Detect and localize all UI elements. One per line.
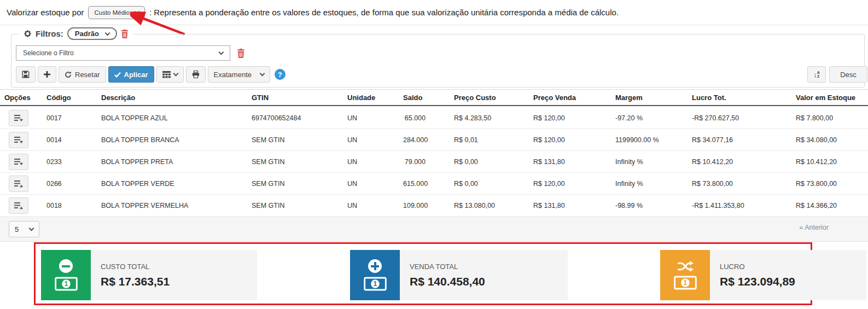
cell-descricao: BOLA TOPPER PRETA	[97, 158, 247, 166]
row-options-button[interactable]	[9, 154, 28, 170]
toolbar-right: ↓ AZ Desc	[807, 66, 867, 83]
table-row: 0266 BOLA TOPPER VERDE SEM GTIN UN 615.0…	[0, 173, 868, 195]
minus-circle-icon	[59, 259, 73, 273]
custo-total-label: CUSTO TOTAL	[101, 263, 257, 271]
delete-filter-button[interactable]	[237, 49, 245, 58]
cell-descricao: BOLA TOPPER BRANCA	[97, 136, 247, 144]
cell-valor-estoque: R$ 34.080,00	[791, 136, 868, 144]
filter-preset-select[interactable]: Padrão	[67, 27, 117, 40]
apply-button[interactable]: Aplicar	[108, 66, 154, 83]
match-mode-value: Exatamente	[214, 71, 252, 79]
filters-legend: Filtros: Padrão	[19, 27, 133, 40]
cell-valor-estoque: R$ 14.366,20	[791, 202, 868, 209]
header-margem[interactable]: Margem	[611, 94, 688, 102]
menu-caret-down-icon	[14, 136, 23, 144]
menu-caret-up-icon	[14, 180, 23, 188]
cell-gtin: SEM GTIN	[247, 158, 343, 166]
columns-button[interactable]	[156, 66, 184, 83]
sort-alpha-icon: ↓ AZ	[813, 71, 820, 79]
filters-panel: Filtros: Padrão Selecione o Filtro	[11, 34, 865, 88]
header-descricao[interactable]: Descrição	[97, 94, 247, 102]
cell-unidade: UN	[343, 136, 399, 144]
custo-total-icon-box: 1	[41, 250, 91, 300]
previous-page-link[interactable]: « Anterior	[799, 224, 829, 231]
row-options-button[interactable]	[9, 197, 28, 214]
valuation-select[interactable]: Custo Médio	[88, 6, 145, 19]
reset-button[interactable]: Resetar	[59, 66, 106, 83]
trash-icon	[121, 30, 129, 38]
row-options-button[interactable]	[9, 132, 28, 148]
custo-total-value: R$ 17.363,51	[101, 275, 257, 288]
cell-margem: 1199900.00 %	[611, 136, 688, 144]
help-icon[interactable]: ?	[275, 69, 286, 80]
chevron-down-icon	[135, 9, 140, 14]
cell-preco-venda: R$ 120,00	[529, 114, 611, 122]
description-sort-label: Desc	[840, 71, 857, 79]
cell-saldo: 109.000	[399, 202, 450, 209]
cell-gtin: SEM GTIN	[247, 202, 343, 209]
filter-preset-value: Padrão	[75, 30, 99, 38]
cell-preco-custo: R$ 0,00	[450, 158, 529, 166]
cell-margem: -97.20 %	[611, 114, 688, 122]
chevron-down-icon	[104, 30, 110, 36]
cell-codigo: 0018	[42, 202, 97, 209]
cell-lucro-tot: R$ 73.800,00	[688, 180, 791, 188]
table-header: Opções Código Descrição GTIN Unidade Sal…	[0, 89, 868, 106]
lucro-label: LUCRO	[720, 263, 866, 271]
svg-text:1: 1	[64, 280, 68, 288]
cell-gtin: 6974700652484	[247, 114, 343, 122]
header-preco-venda[interactable]: Preço Venda	[529, 94, 611, 102]
svg-text:1: 1	[373, 280, 377, 288]
venda-total-label: VENDA TOTAL	[410, 263, 568, 271]
header-preco-custo[interactable]: Preço Custo	[450, 94, 529, 102]
valuation-select-value: Custo Médio	[94, 9, 130, 16]
cell-preco-venda: R$ 131,80	[529, 202, 611, 209]
row-options-button[interactable]	[9, 176, 28, 192]
header-codigo[interactable]: Código	[42, 94, 97, 102]
print-icon	[192, 71, 200, 78]
check-icon	[114, 72, 121, 78]
table-row: 0017 BOLA TOPPER AZUL 6974700652484 UN 6…	[0, 107, 868, 129]
header-gtin[interactable]: GTIN	[247, 94, 343, 102]
delete-preset-button[interactable]	[121, 30, 129, 38]
lucro-icon-box: 1	[660, 250, 710, 300]
cell-unidade: UN	[343, 158, 399, 166]
chevron-down-icon	[29, 226, 34, 231]
page-size-select[interactable]: 5	[9, 221, 39, 237]
match-mode-select[interactable]: Exatamente	[208, 66, 270, 83]
description-sort-button[interactable]: Desc	[829, 66, 867, 83]
table-row: 0018 BOLA TOPPER VERMELHA SEM GTIN UN 10…	[0, 195, 868, 217]
plus-icon	[44, 71, 50, 78]
table-body: 0017 BOLA TOPPER AZUL 6974700652484 UN 6…	[0, 107, 868, 217]
save-filter-button[interactable]	[16, 66, 36, 83]
cell-unidade: UN	[343, 202, 399, 209]
cell-lucro-tot: R$ 34.077,16	[688, 136, 791, 144]
table-columns-icon	[162, 71, 171, 78]
money-bill-icon: 1	[364, 277, 387, 291]
shuffle-icon	[677, 261, 694, 272]
filter-select[interactable]: Selecione o Filtro	[16, 45, 230, 61]
print-button[interactable]	[186, 66, 206, 83]
row-options-button[interactable]	[9, 110, 28, 126]
filters-title: Filtros:	[36, 29, 63, 38]
cell-unidade: UN	[343, 114, 399, 122]
trash-icon	[237, 49, 245, 58]
header-valor-estoque[interactable]: Valor em Estoque	[791, 94, 868, 102]
header-lucro-tot[interactable]: Lucro Tot.	[688, 94, 791, 102]
valuation-description: : Representa a ponderação entre os valor…	[149, 8, 619, 17]
custo-total-body: CUSTO TOTAL R$ 17.363,51	[91, 250, 257, 300]
cell-valor-estoque: R$ 7.800,00	[791, 114, 868, 122]
apply-label: Aplicar	[124, 71, 148, 79]
add-filter-button[interactable]	[38, 66, 56, 83]
header-saldo[interactable]: Saldo	[399, 94, 450, 102]
filter-select-value: Selecione o Filtro	[23, 49, 74, 57]
header-opcoes[interactable]: Opções	[0, 94, 42, 102]
venda-total-icon-box: 1	[350, 250, 400, 300]
cell-preco-custo: R$ 0,01	[450, 136, 529, 144]
page-size-value: 5	[15, 225, 19, 234]
header-unidade[interactable]: Unidade	[343, 94, 399, 102]
cell-descricao: BOLA TOPPER VERDE	[97, 180, 247, 188]
lucro-value: R$ 123.094,89	[720, 275, 866, 288]
sort-button[interactable]: ↓ AZ	[807, 66, 826, 83]
cell-descricao: BOLA TOPPER VERMELHA	[97, 202, 247, 209]
